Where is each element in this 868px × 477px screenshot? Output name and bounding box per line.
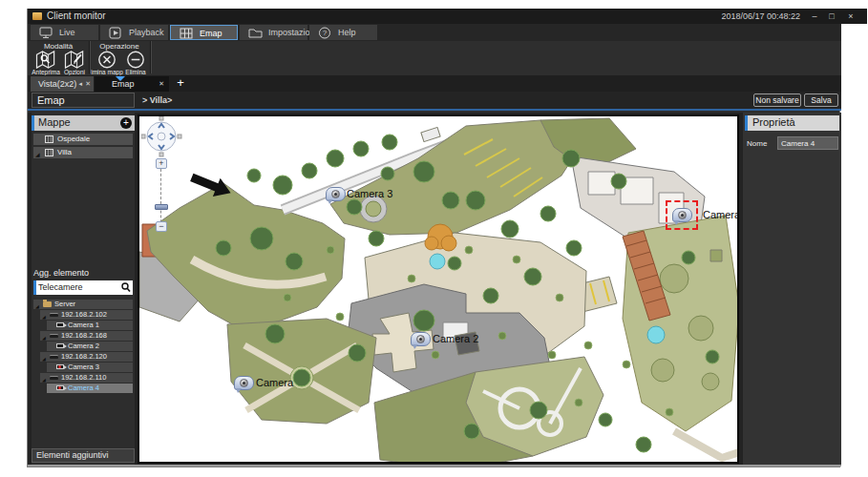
dome-camera-icon [331,190,340,198]
sidebar: Mappe + Ospedale ◢ Villa Agg. elemento ◢… [32,113,135,466]
discard-button[interactable]: Non salvare [753,93,801,107]
tree-row-device[interactable]: ◢ 192.168.2.120 [40,352,133,362]
subtab-vista[interactable]: Vista(2x2) ◂ ✕ [31,76,94,92]
tab-playback[interactable]: Playback [100,25,168,40]
add-element-label: Agg. elemento [33,268,89,278]
properties-panel: Proprietà Nome [743,113,841,466]
tab-live[interactable]: Live [31,25,98,40]
emap-header: Emap > Villa> Non salvare Salva [28,92,841,111]
window-bottom-edge [28,465,841,467]
playback-icon [109,27,122,39]
device-icon [50,355,58,359]
anteprima-button[interactable]: Anteprima [32,51,59,74]
search-input[interactable] [38,281,118,293]
subtab-emap[interactable]: Emap ✕ [95,76,169,92]
map-canvas[interactable]: + − Camera 3 Camera 2 Camera Camera 4 [138,114,739,464]
close-button[interactable]: × [844,10,857,22]
dome-camera-icon [240,379,248,387]
ribbon: Modalità Operazione Anteprima Opzioni [28,41,841,75]
maximize-button[interactable]: □ [825,10,838,22]
additional-elements-bar[interactable]: Elementi aggiuntivi [32,448,135,463]
camera-search [33,280,133,295]
expand-icon[interactable]: ◢ [42,312,46,321]
content-area: Mappe + Ospedale ◢ Villa Agg. elemento ◢… [28,113,841,466]
pan-compass[interactable] [141,116,183,158]
camera-marker-unnamed[interactable] [234,376,254,390]
tree-row-device[interactable]: ◢ 192.168.2.110 [40,373,133,383]
group-modalita-label: Modalità [30,42,87,51]
new-view-button[interactable]: + [174,75,187,91]
map-illustration [139,116,739,464]
add-map-button[interactable]: + [120,117,132,129]
group-operazione-label: Operazione [91,42,148,51]
tree-row-device[interactable]: ◢ 192.168.2.168 [40,331,133,341]
map-item-villa[interactable]: ◢ Villa [33,147,133,158]
tree-row-camera4-selected[interactable]: Camera 4 [47,384,133,393]
view-tabbar: Vista(2x2) ◂ ✕ Emap ✕ + [28,75,841,92]
app-window: Client monitor 2018/06/17 00:48:22 – □ ×… [27,9,840,467]
map-preview-icon [34,51,57,69]
tree-row-camera1[interactable]: Camera 1 [47,321,133,330]
zoom-in-button[interactable]: + [156,158,167,169]
tree-row-server[interactable]: ◢ Server [33,300,133,309]
minimize-button[interactable]: – [808,10,821,22]
camera-icon [56,322,64,327]
save-button[interactable]: Salva [804,93,838,107]
name-field[interactable] [777,136,838,150]
camera-marker-4-selected[interactable] [672,208,692,222]
name-label: Nome [747,139,767,148]
breadcrumb[interactable]: > Villa> [142,95,172,105]
map-thumb-icon [45,149,53,156]
close-subtab-icon[interactable]: ✕ [159,80,164,88]
live-monitor-icon [39,27,53,39]
zoom-handle[interactable] [155,204,168,210]
elimina-mappa-button[interactable]: imina mapp [93,51,120,74]
dome-camera-icon [416,335,425,343]
expand-icon[interactable]: ◢ [42,375,46,384]
tab-help[interactable]: ? Help [309,25,377,40]
search-icon[interactable] [121,282,131,293]
tree-row-camera2[interactable]: Camera 2 [47,342,133,351]
elimina-button[interactable]: Elimina [121,51,149,74]
properties-header: Proprietà [745,115,839,131]
device-icon [50,334,58,338]
main-tabbar: Live Playback Emap Impostazioni ? Help [28,24,841,41]
device-icon [50,376,58,380]
titlebar: Client monitor 2018/06/17 00:48:22 – □ × [28,9,867,24]
map-edit-icon [63,51,86,69]
expand-icon[interactable]: ◢ [35,149,40,160]
expand-icon[interactable]: ◢ [42,354,46,363]
maps-section-header: Mappe + [32,115,135,131]
tab-impostazioni[interactable]: Impostazioni [240,25,307,40]
close-subtab-icon[interactable]: ✕ [85,80,91,88]
camera-recording-icon [56,385,64,390]
tree-row-device[interactable]: ◢ 192.168.2.102 [40,310,133,320]
device-icon [50,313,58,317]
map-thumb-icon [45,135,53,143]
tab-emap[interactable]: Emap [170,25,238,40]
opzioni-button[interactable]: Opzioni [60,51,88,74]
zoom-out-button[interactable]: − [156,221,167,232]
window-title: Client monitor [47,10,106,21]
tree-row-camera3[interactable]: Camera 3 [47,363,133,372]
camera-marker-label: Camera 4 [703,209,739,220]
clock: 2018/06/17 00:48:22 [721,11,800,21]
ribbon-separator [150,41,151,73]
emap-panel-title: Emap [32,93,135,108]
camera-marker-2[interactable] [411,332,431,346]
expand-icon[interactable]: ◢ [35,301,39,311]
settings-folder-icon [248,27,263,39]
svg-text:?: ? [323,29,328,37]
camera-marker-3[interactable] [326,187,346,201]
camera-marker-label: Camera 3 [347,188,392,199]
map-item-ospedale[interactable]: Ospedale [33,134,133,145]
camera-marker-label: Camera 2 [433,333,478,344]
camera-marker-label: Camera [256,377,293,388]
dome-camera-icon [678,211,687,219]
pin-icon[interactable]: ◂ [78,80,82,88]
help-icon: ? [318,27,331,39]
delete-map-icon [95,51,118,69]
camera-icon [56,343,64,348]
expand-icon[interactable]: ◢ [42,333,46,342]
remove-icon [124,51,147,69]
